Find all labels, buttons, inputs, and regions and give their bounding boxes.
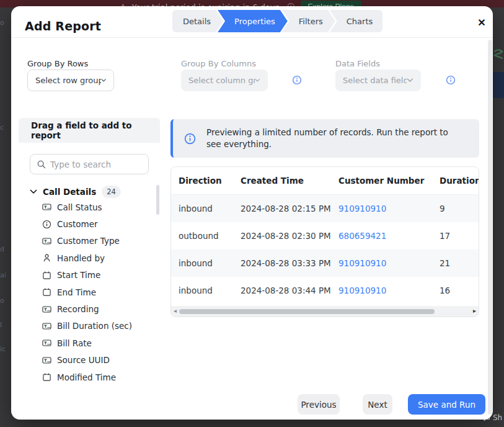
field-item-end-time[interactable]: End Time bbox=[19, 284, 156, 300]
calendar-icon bbox=[42, 287, 51, 297]
field-item-customer[interactable]: Customer bbox=[19, 215, 156, 232]
background-text-fragment: ai bbox=[0, 271, 6, 279]
column-header-customer-number: Customer Number bbox=[338, 176, 440, 186]
field-search-input[interactable] bbox=[50, 160, 137, 169]
step-filters[interactable]: Filters bbox=[282, 10, 335, 32]
chevron-down-icon bbox=[30, 189, 37, 194]
svg-text:T: T bbox=[44, 358, 47, 362]
next-button[interactable]: Next bbox=[363, 394, 392, 415]
group-by-rows-label: Group By Rows bbox=[27, 59, 88, 68]
field-item-customer-type[interactable]: T Customer Type bbox=[19, 233, 156, 249]
modal-scrollbar[interactable] bbox=[488, 40, 492, 415]
chevron-down-icon bbox=[407, 78, 413, 83]
step-properties[interactable]: Properties bbox=[218, 10, 288, 32]
table-row: inbound 2024-08-28 03:44 PM 910910910 16 bbox=[171, 277, 479, 304]
preview-info-alert: Previewing a limited number of records. … bbox=[170, 119, 479, 158]
horizontal-scrollbar-thumb[interactable] bbox=[179, 309, 435, 314]
screen: ⚠ Your trial period is expiring in 6 day… bbox=[0, 0, 504, 427]
info-icon[interactable] bbox=[446, 75, 456, 85]
field-group-label: Call Details bbox=[43, 187, 96, 197]
background-text-fragment: d bbox=[0, 245, 4, 253]
svg-text:T: T bbox=[44, 239, 47, 243]
chevron-down-icon bbox=[255, 78, 260, 83]
field-group-call-details[interactable]: Call Details 24 bbox=[30, 185, 121, 199]
column-header-created-time: Created Time bbox=[241, 176, 338, 186]
text-field-icon: T bbox=[42, 202, 51, 212]
field-item-source-uuid[interactable]: T Source UUID bbox=[19, 352, 156, 369]
background-text-fragment: o bbox=[0, 19, 4, 27]
customer-number-link[interactable]: 910910910 bbox=[338, 204, 386, 214]
scroll-left-icon[interactable]: ◂ bbox=[174, 307, 177, 314]
table-row: outbound 2024-08-28 02:30 PM 680659421 1… bbox=[171, 222, 479, 249]
info-icon bbox=[42, 220, 51, 229]
save-and-run-button[interactable]: Save and Run bbox=[408, 394, 485, 415]
field-item-handled-by[interactable]: Handled by bbox=[19, 249, 156, 266]
preview-alert-text: Previewing a limited number of records. … bbox=[206, 127, 462, 150]
field-search-box[interactable] bbox=[30, 154, 149, 174]
text-field-icon: T bbox=[42, 338, 51, 348]
text-field-icon: T bbox=[42, 321, 51, 331]
wizard-stepper: Details Properties Filters Charts bbox=[172, 10, 382, 32]
data-fields-label: Data Fields bbox=[335, 59, 380, 68]
column-header-duration: Duration ( bbox=[440, 176, 479, 186]
svg-text:T: T bbox=[44, 205, 47, 209]
person-icon bbox=[42, 253, 51, 263]
search-icon bbox=[37, 160, 46, 169]
fields-panel-header: Drag a field to add to report bbox=[19, 118, 160, 143]
table-header-row: Direction Created Time Customer Number D… bbox=[171, 167, 479, 195]
background-button-fragment bbox=[493, 72, 504, 98]
customer-number-link[interactable]: 910910910 bbox=[338, 285, 386, 295]
background-text-fragment: o bbox=[0, 297, 4, 305]
fields-panel: Drag a field to add to report Call Detai… bbox=[19, 118, 160, 385]
step-charts[interactable]: Charts bbox=[330, 10, 383, 32]
text-field-icon: T bbox=[42, 305, 51, 314]
info-icon bbox=[184, 133, 196, 145]
text-field-icon: T bbox=[42, 356, 51, 365]
horizontal-scrollbar[interactable]: ◂ ▸ bbox=[171, 306, 479, 317]
svg-text:T: T bbox=[44, 341, 47, 345]
customer-number-link[interactable]: 910910910 bbox=[338, 258, 386, 268]
calendar-icon bbox=[42, 372, 51, 382]
group-by-rows-select[interactable]: Select row grouping... bbox=[27, 70, 114, 91]
data-fields-select[interactable]: Select data field bbox=[335, 70, 421, 91]
field-list: T Call Status Customer T Customer Type H… bbox=[19, 199, 156, 385]
field-count-badge: 24 bbox=[102, 186, 121, 198]
add-report-modal: Add Report Details Properties Filters Ch… bbox=[11, 6, 493, 420]
info-icon[interactable] bbox=[292, 75, 302, 85]
field-item-call-status[interactable]: T Call Status bbox=[19, 199, 156, 215]
svg-text:T: T bbox=[44, 307, 47, 311]
svg-text:T: T bbox=[44, 324, 47, 328]
background-logo-mark bbox=[493, 48, 503, 60]
modal-title: Add Report bbox=[25, 19, 101, 33]
background-text-fragment: ic bbox=[0, 345, 6, 353]
table-row: inbound 2024-08-28 02:15 PM 910910910 9 bbox=[171, 195, 479, 222]
customer-number-link[interactable]: 680659421 bbox=[338, 231, 386, 241]
table-row: inbound 2024-08-28 03:33 PM 910910910 21 bbox=[171, 249, 479, 277]
preview-table: Direction Created Time Customer Number D… bbox=[170, 166, 479, 317]
background-text-fragment: c bbox=[0, 124, 4, 132]
previous-button[interactable]: Previous bbox=[298, 394, 340, 415]
text-field-icon: T bbox=[42, 236, 51, 246]
scroll-right-icon[interactable]: ▸ bbox=[473, 307, 476, 314]
background-text-fragment: l bbox=[0, 321, 2, 329]
group-by-columns-select[interactable]: Select column grou... bbox=[181, 70, 268, 91]
close-icon[interactable]: ✕ bbox=[474, 14, 490, 30]
calendar-icon bbox=[42, 271, 51, 280]
group-by-columns-label: Group By Columns bbox=[181, 59, 256, 68]
field-item-recording[interactable]: T Recording bbox=[19, 300, 156, 317]
step-details[interactable]: Details bbox=[172, 10, 223, 32]
field-item-bill-rate[interactable]: T Bill Rate bbox=[19, 335, 156, 351]
field-item-bill-duration[interactable]: T Bill Duration (sec) bbox=[19, 318, 156, 335]
header-divider bbox=[11, 37, 493, 38]
column-header-direction: Direction bbox=[171, 176, 241, 186]
field-item-modified-time[interactable]: Modified Time bbox=[19, 369, 156, 385]
fields-scrollbar[interactable] bbox=[156, 185, 159, 215]
chevron-down-icon bbox=[101, 78, 106, 83]
field-item-start-time[interactable]: Start Time bbox=[19, 267, 156, 284]
